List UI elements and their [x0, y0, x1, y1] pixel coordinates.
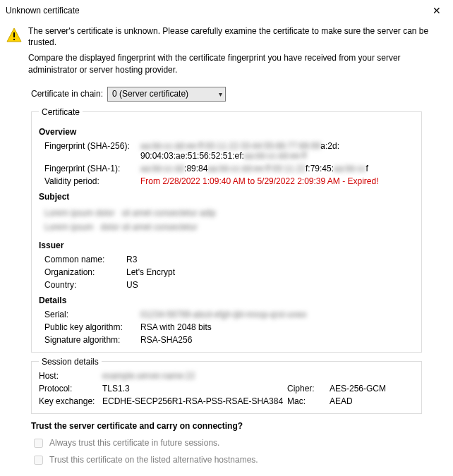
details-header: Details [39, 295, 414, 305]
details-grid: Serial: 01234-56789-abcd-efgh-ijkl-mnop-… [44, 310, 414, 345]
subject-line1-left: Lorem ipsum dolor [44, 208, 114, 218]
issuer-org-label: Organization: [44, 267, 122, 277]
issuer-header: Issuer [39, 240, 414, 250]
cipher-label: Cipher: [287, 384, 330, 393]
fpr256-line2-masked: aa:bb:cc:dd:ee:ff [244, 151, 307, 161]
kex-value: ECDHE-SECP256R1-RSA-PSS-RSAE-SHA384 [102, 396, 287, 406]
overview-header: Overview [39, 127, 414, 137]
subject-line2-left: Lorem ipsum [44, 222, 93, 232]
trust-alt-label: Trust this certificate on the listed alt… [49, 455, 258, 465]
validity-value: From 2/28/2022 1:09:40 AM to 5/29/2022 2… [140, 176, 414, 186]
mac-label: Mac: [287, 396, 330, 406]
subject-header: Subject [39, 192, 414, 202]
fpr1-tail: f:79:45: [306, 164, 334, 173]
trust-question: Trust the server certificate and carry o… [31, 421, 447, 431]
titlebar: Unknown certificate ✕ [0, 0, 453, 21]
proto-label: Protocol: [39, 384, 102, 393]
issuer-cn-value: R3 [126, 255, 414, 264]
host-value: example.server.name:22 [102, 371, 414, 381]
fpr256-line1-masked: aa:bb:cc:dd:ee:ff:00:11:22:33:44:55:66:7… [140, 141, 320, 151]
close-icon: ✕ [433, 5, 441, 16]
chain-row: Certificate in chain: 0 (Server certific… [31, 87, 447, 102]
issuer-grid: Common name: R3 Organization: Let's Encr… [44, 255, 414, 290]
trust-always-checkbox[interactable] [34, 439, 43, 448]
fpr256-line1-tail: a:2d: [320, 141, 339, 151]
window-title: Unknown certificate [6, 6, 80, 16]
fpr1-label: Fingerprint (SHA-1): [44, 164, 136, 173]
trust-area: Trust the server certificate and carry o… [31, 421, 447, 467]
warning-icon [6, 27, 23, 46]
intro-text: The server's certificate is unknown. Ple… [28, 25, 447, 80]
subject-block: Lorem ipsum dolor sit amet consectetur a… [44, 206, 414, 235]
dialog-content: The server's certificate is unknown. Ple… [0, 21, 453, 476]
fpr256-line2-pre: 90:04:03:ae:51:56:52:51:ef: [140, 151, 244, 161]
svg-rect-2 [13, 39, 15, 40]
proto-value: TLS1.3 [102, 384, 287, 393]
cipher-value: AES-256-GCM [330, 384, 414, 393]
pubkey-value: RSA with 2048 bits [140, 322, 414, 332]
certificate-group: Certificate Overview Fingerprint (SHA-25… [31, 107, 422, 353]
serial-label: Serial: [44, 310, 136, 319]
issuer-country-label: Country: [44, 280, 122, 290]
issuer-org-value: Let's Encrypt [126, 267, 414, 277]
fpr1-value: aa:bb:cc:dd:89:84aa:bb:cc:dd:ee:ff:00:11… [140, 164, 414, 173]
intro-line-2: Compare the displayed fingerprint with t… [28, 52, 447, 75]
trust-alt-checkbox[interactable] [34, 456, 43, 465]
overview-grid: Fingerprint (SHA-256): aa:bb:cc:dd:ee:ff… [44, 141, 414, 186]
subject-line2-right: dolor sit amet consectetur [100, 222, 197, 232]
chevron-down-icon: ▾ [219, 90, 222, 98]
session-legend: Session details [39, 357, 102, 367]
chain-label: Certificate in chain: [31, 89, 103, 99]
pubkey-label: Public key algorithm: [44, 322, 136, 332]
intro-line-1: The server's certificate is unknown. Ple… [28, 25, 447, 48]
mac-value: AEAD [330, 396, 414, 406]
subject-line1-right: sit amet consectetur adip [121, 208, 215, 218]
sigalg-label: Signature algorithm: [44, 335, 136, 345]
fpr1-mid: :89:84 [184, 164, 207, 173]
certificate-legend: Certificate [39, 107, 83, 117]
close-button[interactable]: ✕ [421, 0, 453, 21]
validity-label: Validity period: [44, 176, 136, 186]
fpr1-pre-masked: aa:bb:cc:dd [140, 164, 184, 173]
session-grid: Host: example.server.name:22 Protocol: T… [39, 371, 414, 406]
sigalg-value: RSA-SHA256 [140, 335, 414, 345]
fpr1-mid-masked: aa:bb:cc:dd:ee:ff:00:11:22 [207, 164, 306, 173]
fpr256-value: aa:bb:cc:dd:ee:ff:00:11:22:33:44:55:66:7… [140, 141, 414, 161]
button-row: OK Cancel [6, 470, 447, 476]
issuer-cn-label: Common name: [44, 255, 122, 264]
serial-value: 01234-56789-abcd-efgh-ijkl-mnop-qrst-uvw… [140, 310, 414, 319]
chain-combobox[interactable]: 0 (Server certificate) ▾ [107, 87, 226, 102]
kex-label: Key exchange: [39, 396, 102, 406]
chain-selected: 0 (Server certificate) [112, 89, 188, 99]
host-label: Host: [39, 371, 102, 381]
trust-always-label: Always trust this certificate in future … [49, 438, 219, 448]
trust-alt-row[interactable]: Trust this certificate on the listed alt… [31, 453, 447, 467]
issuer-country-value: US [126, 280, 414, 290]
fpr1-end: f [366, 164, 368, 173]
intro-row: The server's certificate is unknown. Ple… [6, 25, 447, 80]
fpr1-tail-masked: aa:bb:cc [334, 164, 366, 173]
trust-always-row[interactable]: Always trust this certificate in future … [31, 437, 447, 450]
svg-rect-1 [13, 32, 15, 37]
fpr256-label: Fingerprint (SHA-256): [44, 141, 136, 161]
session-group: Session details Host: example.server.nam… [31, 357, 422, 414]
